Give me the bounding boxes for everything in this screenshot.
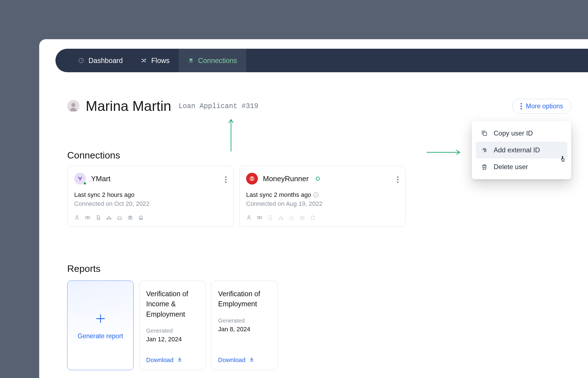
dropdown-item-label: Copy user ID: [494, 129, 533, 137]
svg-rect-2: [190, 59, 192, 60]
device-icon: [188, 57, 194, 64]
generate-report-label: Generate report: [78, 332, 123, 340]
dropdown-add-external-id[interactable]: Add external ID: [476, 142, 567, 158]
last-sync-text: Last sync 2 hours ago: [74, 191, 134, 199]
more-vertical-icon: [225, 176, 227, 183]
car-icon: [117, 215, 123, 221]
connection-connected-on: Connected on Aug 19, 2022: [246, 200, 398, 207]
more-options-label: More options: [526, 102, 563, 110]
money-icon: [85, 215, 91, 221]
camera-icon: [299, 215, 305, 221]
download-label: Download: [218, 356, 246, 364]
plus-icon: [95, 313, 106, 326]
more-options-dropdown: Copy user ID Add external ID Delete user: [472, 121, 571, 179]
nav-label: Flows: [151, 57, 169, 65]
svg-point-4: [71, 103, 75, 107]
svg-rect-5: [483, 132, 487, 136]
connection-category-icons: [246, 215, 398, 221]
connection-last-sync: Last sync 2 hours ago: [74, 191, 227, 199]
connections-list: YMart Last sync 2 hours ago Connected on…: [67, 166, 405, 227]
connection-header: YMart: [74, 173, 227, 185]
download-report-button[interactable]: Download: [218, 356, 270, 364]
bike-icon: [106, 215, 112, 221]
report-date: Jan 8, 2024: [218, 326, 270, 333]
nav-flows[interactable]: Flows: [132, 49, 178, 72]
download-icon: [249, 356, 255, 364]
connection-name: MoneyRunner: [263, 174, 309, 183]
status-hollow-icon: [316, 177, 320, 181]
svg-point-18: [251, 177, 253, 178]
status-dot-icon: [83, 182, 87, 185]
page-header: Marina Martin Loan Applicant #319 More o…: [67, 98, 571, 114]
page-title: Marina Martin: [86, 98, 171, 114]
connection-category-icons: [74, 215, 227, 221]
shuffle-icon: [141, 57, 147, 64]
avatar: [67, 100, 80, 112]
connection-card: MoneyRunner Last sync 2 months ago i Con…: [239, 166, 405, 227]
report-card: Verification of Income & Employment Gene…: [139, 281, 206, 370]
car-icon: [289, 215, 295, 221]
more-options-button[interactable]: More options: [512, 99, 571, 114]
dropdown-copy-user-id[interactable]: Copy user ID: [476, 125, 567, 142]
info-icon[interactable]: i: [313, 192, 318, 197]
connection-card: YMart Last sync 2 hours ago Connected on…: [67, 166, 234, 227]
dropdown-item-label: Add external ID: [494, 146, 540, 154]
main-panel: Dashboard Flows Connections Marina Marti…: [39, 39, 588, 378]
connection-logo: [74, 173, 86, 185]
nav-label: Dashboard: [88, 57, 123, 65]
gauge-icon: [78, 57, 85, 64]
svg-point-8: [76, 216, 78, 218]
report-title: Verification of Employment: [218, 289, 270, 309]
nav-dashboard[interactable]: Dashboard: [69, 49, 132, 72]
more-vertical-icon: [521, 103, 522, 109]
last-sync-text: Last sync 2 months ago: [246, 191, 311, 199]
report-date: Jan 12, 2024: [146, 336, 199, 343]
svg-point-21: [259, 217, 260, 218]
connection-name: YMart: [91, 174, 110, 183]
connection-header: MoneyRunner: [246, 173, 398, 185]
report-generated-label: Generated: [146, 328, 199, 334]
building-icon: [138, 215, 144, 221]
dropdown-item-label: Delete user: [494, 163, 528, 171]
connection-last-sync: Last sync 2 months ago i: [246, 191, 398, 199]
connection-menu-button[interactable]: [225, 174, 227, 183]
trash-icon: [481, 163, 488, 171]
arrow-up-icon: [227, 118, 235, 152]
document-icon: [267, 215, 274, 221]
person-icon: [74, 215, 80, 221]
download-icon: [177, 356, 183, 364]
connection-menu-button[interactable]: [397, 174, 398, 183]
svg-point-19: [248, 216, 250, 218]
camera-icon: [127, 215, 134, 221]
svg-rect-9: [86, 216, 90, 219]
connection-logo: [246, 173, 258, 185]
svg-rect-20: [258, 216, 262, 219]
dropdown-delete-user[interactable]: Delete user: [476, 158, 567, 175]
download-report-button[interactable]: Download: [146, 356, 199, 364]
document-icon: [95, 215, 102, 221]
more-vertical-icon: [397, 176, 398, 183]
person-icon: [246, 215, 252, 221]
top-navigation: Dashboard Flows Connections: [55, 49, 588, 72]
nav-connections[interactable]: Connections: [179, 49, 246, 72]
generate-report-button[interactable]: Generate report: [67, 281, 134, 370]
svg-point-13: [118, 219, 119, 220]
report-title: Verification of Income & Employment: [146, 289, 199, 319]
svg-point-10: [87, 217, 88, 218]
connection-connected-on: Connected on Oct 20, 2022: [74, 200, 227, 207]
download-label: Download: [146, 356, 174, 364]
bike-icon: [278, 215, 284, 221]
building-icon: [310, 215, 316, 221]
report-card: Verification of Employment Generated Jan…: [211, 281, 277, 370]
svg-point-14: [120, 219, 121, 220]
nav-label: Connections: [198, 57, 237, 65]
section-title-connections: Connections: [67, 150, 120, 161]
copy-icon: [481, 130, 488, 137]
money-icon: [257, 215, 263, 221]
arrow-right-icon: [426, 150, 461, 155]
cursor-pointer-icon: [560, 156, 566, 164]
page-subtitle: Loan Applicant #319: [179, 102, 258, 110]
reports-list: Generate report Verification of Income &…: [67, 281, 277, 370]
section-title-reports: Reports: [67, 263, 101, 274]
svg-point-16: [130, 217, 131, 218]
